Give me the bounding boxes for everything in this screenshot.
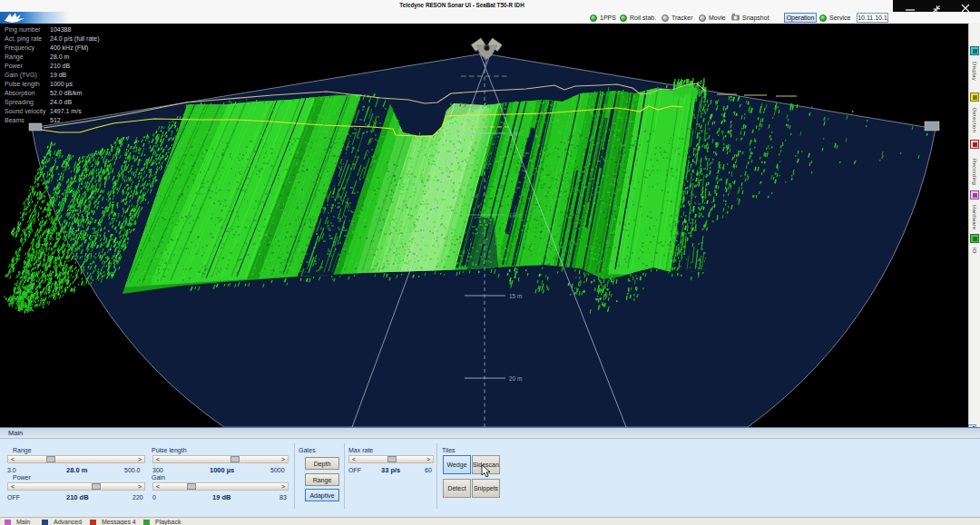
svg-text:15 m: 15 m [509, 293, 522, 299]
svg-text:20 m: 20 m [509, 375, 522, 382]
svg-text:10 m: 10 m [509, 212, 522, 219]
svg-text:5 m: 5 m [509, 131, 519, 137]
